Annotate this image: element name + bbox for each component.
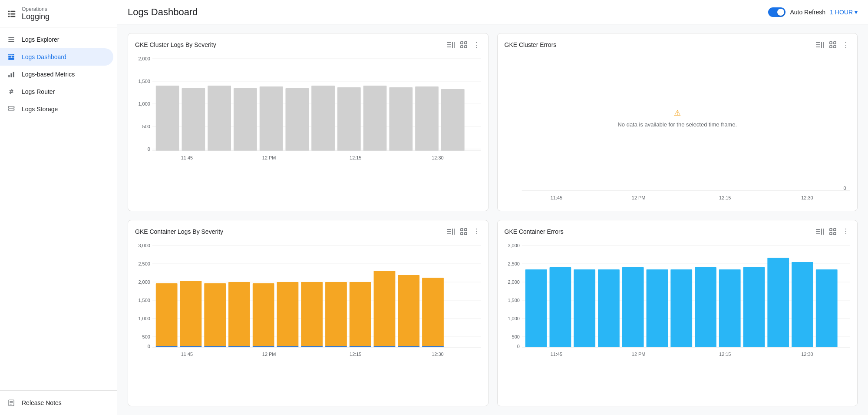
sidebar-item-label: Logs-based Metrics [22,71,75,78]
card-title: GKE Container Errors [505,228,564,235]
svg-rect-3 [10,13,15,15]
more-icon[interactable]: ⋮ [472,40,481,49]
svg-rect-152 [574,269,595,347]
svg-text:0: 0 [517,343,519,349]
svg-rect-47 [208,86,231,151]
legend-icon[interactable] [446,227,455,236]
svg-rect-69 [830,46,832,48]
svg-rect-136 [834,232,836,235]
svg-text:3,000: 3,000 [508,242,519,248]
svg-rect-6 [8,37,14,38]
svg-rect-113 [325,282,347,346]
svg-rect-150 [525,269,547,347]
svg-rect-56 [441,89,465,151]
svg-rect-31 [461,42,463,44]
cluster-errors-bottom-svg: 0 11:45 12 PM 12:15 12:30 [505,182,851,204]
auto-refresh-toggle[interactable] [768,7,785,17]
svg-text:11:45: 11:45 [550,195,562,200]
svg-text:2,500: 2,500 [508,261,519,266]
legend-icon[interactable] [446,40,455,49]
svg-rect-7 [8,39,14,40]
gke-container-logs-card: GKE Container Logs By Severity [128,220,488,407]
card-actions: ⋮ [815,227,850,236]
svg-rect-117 [374,271,396,346]
container-logs-svg: 3,000 2,500 2,000 1,500 1,000 500 0 [135,241,481,372]
legend-icon[interactable] [815,227,824,236]
sidebar-item-logs-storage[interactable]: Logs Storage [0,100,113,118]
svg-rect-109 [277,282,299,346]
svg-text:2,500: 2,500 [138,261,150,266]
svg-text:12 PM: 12 PM [262,351,276,356]
expand-icon[interactable] [828,227,837,236]
more-icon[interactable]: ⋮ [842,227,850,236]
svg-rect-17 [13,72,14,77]
release-notes-item[interactable]: Release Notes [0,394,113,412]
card-header: GKE Container Errors [505,227,851,236]
svg-rect-16 [11,73,12,77]
svg-rect-13 [12,56,14,58]
svg-text:1,500: 1,500 [138,297,150,302]
time-range-selector[interactable]: 1 HOUR ▾ [830,9,858,16]
sidebar-item-logs-explorer[interactable]: Logs Explorer [0,31,113,48]
router-icon [7,87,16,96]
time-range-value: 1 HOUR [830,9,853,16]
expand-icon[interactable] [459,227,468,236]
sidebar-item-logs-dashboard[interactable]: Logs Dashboard [0,48,113,66]
svg-rect-8 [8,41,14,42]
svg-text:500: 500 [142,124,150,129]
app-name: Logging [22,12,50,22]
svg-rect-133 [830,229,832,231]
expand-icon[interactable] [459,40,468,49]
svg-rect-54 [389,87,413,151]
svg-text:12:30: 12:30 [801,195,813,200]
gke-cluster-errors-card: GKE Cluster Errors [497,33,858,211]
svg-text:0: 0 [843,185,846,190]
sidebar-header-text: Operations Logging [22,6,50,22]
sidebar-item-logs-router[interactable]: Logs Router [0,83,113,100]
svg-text:1,000: 1,000 [508,315,519,321]
bar-chart-icon [7,70,16,79]
svg-text:12:30: 12:30 [432,351,443,356]
warning-icon: ⚠ [674,108,681,118]
legend-icon[interactable] [815,40,824,49]
svg-rect-33 [461,46,463,48]
card-title: GKE Cluster Errors [505,41,557,48]
svg-rect-11 [12,54,14,55]
svg-text:500: 500 [142,334,150,339]
svg-rect-162 [815,269,837,347]
list-icon [7,9,17,19]
expand-icon[interactable] [828,40,837,49]
svg-text:12:15: 12:15 [719,351,731,356]
svg-rect-160 [767,258,789,347]
svg-text:11:45: 11:45 [550,351,562,356]
svg-rect-159 [743,267,765,347]
svg-rect-55 [415,86,439,151]
topbar-right: Auto Refresh 1 HOUR ▾ [768,7,858,17]
svg-rect-156 [670,269,692,347]
svg-rect-2 [8,13,10,15]
svg-rect-158 [719,269,740,347]
svg-text:1,500: 1,500 [138,79,150,84]
svg-rect-84 [461,232,463,235]
card-actions: ⋮ [815,40,850,49]
cluster-logs-svg: 2,000 1,500 1,000 500 0 [135,54,481,176]
svg-rect-82 [461,229,463,231]
svg-rect-85 [465,232,467,235]
sidebar-item-label: Logs Storage [22,106,58,113]
svg-text:0: 0 [148,146,150,152]
sidebar-item-logs-metrics[interactable]: Logs-based Metrics [0,66,113,83]
card-actions: ⋮ [446,227,481,236]
topbar: Logs Dashboard Auto Refresh 1 HOUR ▾ [117,0,868,24]
svg-text:12:30: 12:30 [801,351,813,356]
sidebar-nav: Logs Explorer Logs Dashboard [0,27,117,390]
chart-area-cluster-logs: 2,000 1,500 1,000 500 0 [135,54,481,204]
more-icon[interactable]: ⋮ [842,40,850,49]
gke-container-errors-card: GKE Container Errors [497,220,858,407]
svg-text:2,000: 2,000 [138,279,150,284]
svg-rect-0 [8,11,10,12]
svg-text:12 PM: 12 PM [631,195,645,200]
menu-icon [7,35,16,44]
card-actions: ⋮ [446,40,481,49]
svg-rect-68 [834,42,836,44]
more-icon[interactable]: ⋮ [472,227,481,236]
